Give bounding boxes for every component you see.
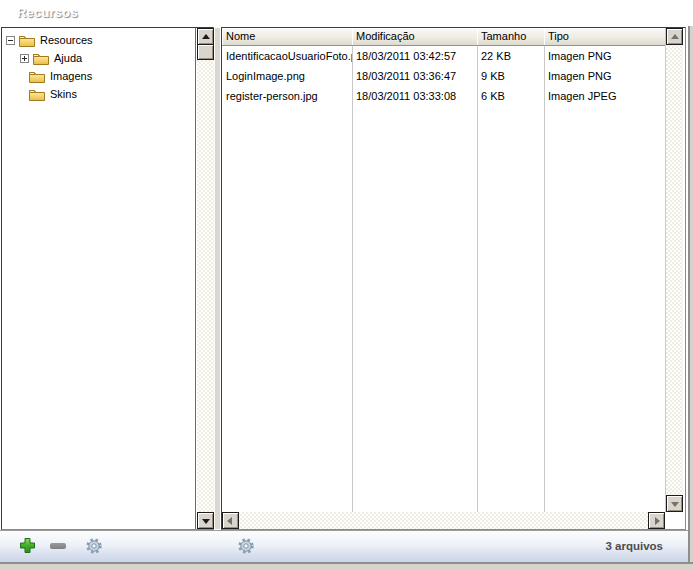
remove-button minus-icon[interactable] (50, 543, 66, 549)
scroll-down-button[interactable] (197, 512, 214, 529)
left-arrow-icon (227, 517, 232, 525)
file-list-horizontal-scrollbar[interactable] (222, 512, 665, 529)
tree-item-label: Imagens (50, 70, 92, 82)
file-size: 9 KB (477, 70, 544, 82)
settings-button-2 gear-icon[interactable] (237, 537, 255, 555)
scroll-up-button[interactable] (666, 28, 683, 45)
file-type: Imagen PNG (544, 50, 665, 62)
file-size: 6 KB (477, 90, 544, 102)
window-title: Recursos (17, 5, 78, 20)
bottom-toolbar: 3 arquivos (0, 530, 693, 562)
collapse-icon[interactable] (6, 36, 15, 45)
tree-item-skins[interactable]: Skins (16, 85, 206, 103)
column-header-modificacao[interactable]: Modificação (352, 28, 477, 46)
up-arrow-icon (671, 34, 679, 39)
up-arrow-icon (202, 34, 210, 39)
file-name: LoginImage.png (222, 70, 352, 82)
scrollbar-thumb[interactable] (197, 44, 214, 60)
tree-item-resources[interactable]: Resources (2, 31, 192, 49)
scrollbar-track[interactable] (197, 28, 214, 529)
tree-item-label: Skins (50, 88, 77, 100)
scroll-down-button[interactable] (666, 495, 683, 512)
folder-icon (33, 52, 49, 65)
file-list-body: IdentificacaoUsuarioFoto.p 18/03/2011 03… (222, 46, 665, 106)
file-row[interactable]: LoginImage.png 18/03/2011 03:36:47 9 KB … (222, 66, 665, 86)
settings-button gear-icon[interactable] (85, 537, 103, 555)
window-bottom-border (0, 562, 693, 569)
file-list-panel: Nome Modificação Tamanho Tipo Identifica… (221, 27, 686, 530)
tree-item-label: Ajuda (54, 52, 82, 64)
folder-tree-panel: Resources Ajuda Imagens Skins (1, 27, 214, 530)
folder-icon (19, 34, 35, 47)
right-arrow-icon (655, 517, 660, 525)
file-list-vertical-scrollbar[interactable] (666, 28, 683, 512)
file-type: Imagen PNG (544, 70, 665, 82)
file-type: Imagen JPEG (544, 90, 665, 102)
file-modified: 18/03/2011 03:42:57 (352, 50, 477, 62)
folder-icon (29, 70, 45, 83)
scroll-up-button[interactable] (197, 28, 214, 45)
tree-vertical-scrollbar[interactable] (195, 28, 213, 529)
add-button plus-icon[interactable] (19, 537, 36, 554)
file-modified: 18/03/2011 03:36:47 (352, 70, 477, 82)
expand-icon[interactable] (20, 54, 29, 63)
file-name: IdentificacaoUsuarioFoto.p (222, 50, 352, 62)
file-size: 22 KB (477, 50, 544, 62)
column-header-tipo[interactable]: Tipo (544, 28, 665, 46)
folder-icon (29, 88, 45, 101)
window-right-border (688, 26, 693, 562)
down-arrow-icon (202, 519, 210, 524)
file-count-status: 3 arquivos (605, 540, 663, 552)
file-name: register-person.jpg (222, 90, 352, 102)
down-arrow-icon (671, 502, 679, 507)
column-header-tamanho[interactable]: Tamanho (477, 28, 544, 46)
tree-item-ajuda[interactable]: Ajuda (16, 49, 206, 67)
file-row[interactable]: IdentificacaoUsuarioFoto.p 18/03/2011 03… (222, 46, 665, 66)
file-modified: 18/03/2011 03:33:08 (352, 90, 477, 102)
file-list-header: Nome Modificação Tamanho Tipo (222, 28, 665, 46)
scroll-left-button[interactable] (222, 512, 239, 529)
tree-item-imagens[interactable]: Imagens (16, 67, 206, 85)
file-row[interactable]: register-person.jpg 18/03/2011 03:33:08 … (222, 86, 665, 106)
panel-splitter[interactable] (215, 28, 220, 529)
tree-item-label: Resources (40, 34, 93, 46)
window-titlebar: Recursos (0, 0, 693, 26)
column-header-nome[interactable]: Nome (222, 28, 352, 46)
scroll-right-button[interactable] (648, 512, 665, 529)
